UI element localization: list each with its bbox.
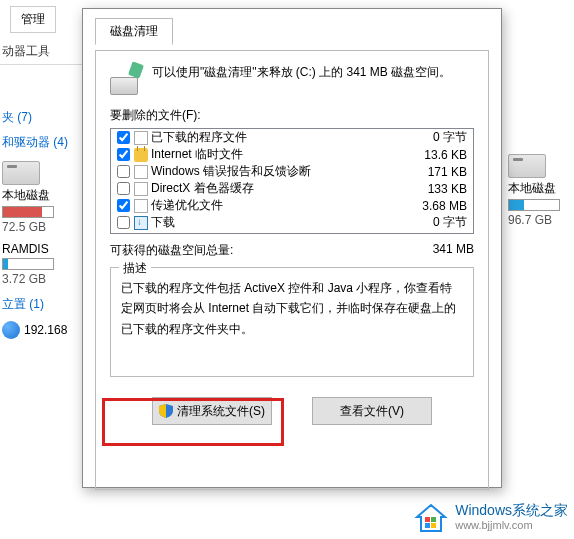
drive-label: 本地磁盘	[2, 187, 88, 204]
total-row: 可获得的磁盘空间总量: 341 MB	[110, 242, 474, 259]
file-checkbox[interactable]	[117, 148, 130, 161]
file-checkbox[interactable]	[117, 216, 130, 229]
svg-rect-0	[425, 517, 430, 522]
lock-icon	[134, 148, 148, 162]
file-item[interactable]: 传递优化文件 3.68 MB	[111, 197, 473, 214]
file-list[interactable]: 已下载的程序文件 0 字节 Internet 临时文件 13.6 KB Wind…	[110, 128, 474, 234]
network-ip: 192.168	[24, 323, 67, 337]
group-drives[interactable]: 和驱动器 (4)	[0, 132, 88, 157]
file-item[interactable]: DirectX 着色器缓存 133 KB	[111, 180, 473, 197]
file-checkbox[interactable]	[117, 165, 130, 178]
drive-ramdisk[interactable]: RAMDIS 3.72 GB	[0, 240, 88, 286]
total-value: 341 MB	[433, 242, 474, 259]
file-icon	[134, 131, 148, 145]
drive-icon	[508, 154, 546, 178]
group-location[interactable]: 立置 (1)	[0, 294, 88, 319]
file-icon	[134, 182, 148, 196]
ribbon-tab-manage[interactable]: 管理	[10, 6, 56, 33]
file-checkbox[interactable]	[117, 199, 130, 212]
download-icon	[134, 216, 148, 230]
files-to-delete-label: 要删除的文件(F):	[110, 107, 474, 124]
file-checkbox[interactable]	[117, 131, 130, 144]
file-item[interactable]: 下载 0 字节	[111, 214, 473, 231]
file-item[interactable]: 已下载的程序文件 0 字节	[111, 129, 473, 146]
drive-local-c[interactable]: 本地磁盘 72.5 GB	[0, 157, 88, 234]
file-item[interactable]: Windows 错误报告和反馈诊断 171 KB	[111, 163, 473, 180]
watermark-url: www.bjjmlv.com	[455, 519, 568, 532]
globe-icon	[2, 321, 20, 339]
description-group: 描述 已下载的程序文件包括 ActiveX 控件和 Java 小程序，你查看特定…	[110, 267, 474, 377]
file-icon	[134, 165, 148, 179]
network-location[interactable]: 192.168	[0, 319, 88, 339]
intro-text: 可以使用"磁盘清理"来释放 (C:) 上的 341 MB 磁盘空间。	[152, 63, 451, 82]
explorer-background-left: 管理 动器工具 夹 (7) 和驱动器 (4) 本地磁盘 72.5 GB RAMD…	[0, 0, 88, 539]
svg-rect-1	[431, 517, 436, 522]
drive-icon	[2, 161, 40, 185]
file-item[interactable]: Internet 临时文件 13.6 KB	[111, 146, 473, 163]
drive-usage-bar	[508, 199, 560, 211]
tab-disk-cleanup[interactable]: 磁盘清理	[95, 18, 173, 45]
svg-rect-3	[431, 523, 436, 528]
drive-label: RAMDIS	[2, 242, 88, 256]
description-text: 已下载的程序文件包括 ActiveX 控件和 Java 小程序，你查看特定网页时…	[121, 278, 463, 339]
drive-local-right[interactable]: 本地磁盘 96.7 GB	[506, 150, 574, 227]
disk-cleanup-dialog: 磁盘清理 可以使用"磁盘清理"来释放 (C:) 上的 341 MB 磁盘空间。 …	[82, 8, 502, 488]
shield-icon	[159, 404, 173, 418]
disk-cleanup-icon	[110, 63, 142, 95]
drive-size: 72.5 GB	[2, 220, 88, 234]
ribbon-label-tools: 动器工具	[0, 39, 88, 62]
drive-usage-bar	[2, 206, 54, 218]
drive-size: 3.72 GB	[2, 272, 88, 286]
drive-usage-bar	[2, 258, 54, 270]
watermark-logo-icon	[413, 499, 449, 535]
view-files-button[interactable]: 查看文件(V)	[312, 397, 432, 425]
group-folders[interactable]: 夹 (7)	[0, 107, 88, 132]
explorer-background-right: 本地磁盘 96.7 GB	[506, 150, 574, 227]
total-label: 可获得的磁盘空间总量:	[110, 242, 233, 259]
svg-rect-2	[425, 523, 430, 528]
clean-system-files-button[interactable]: 清理系统文件(S)	[152, 397, 272, 425]
file-checkbox[interactable]	[117, 182, 130, 195]
drive-size: 96.7 GB	[508, 213, 574, 227]
drive-label: 本地磁盘	[508, 180, 574, 197]
watermark: Windows系统之家 www.bjjmlv.com	[413, 499, 568, 535]
file-icon	[134, 199, 148, 213]
watermark-title: Windows系统之家	[455, 502, 568, 519]
description-legend: 描述	[119, 260, 151, 277]
